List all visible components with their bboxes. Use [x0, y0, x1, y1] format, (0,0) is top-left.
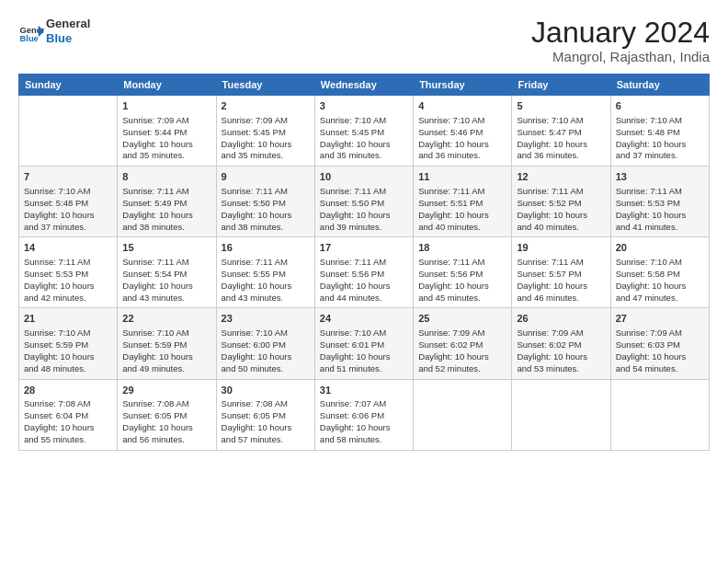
cell-text: Sunset: 6:02 PM [418, 339, 506, 351]
cell-text: Daylight: 10 hours [122, 422, 210, 434]
cell-w4-d5: 25Sunrise: 7:09 AMSunset: 6:02 PMDayligh… [414, 308, 512, 379]
logo: General Blue General Blue [18, 17, 90, 45]
week-row-4: 21Sunrise: 7:10 AMSunset: 5:59 PMDayligh… [19, 308, 710, 379]
cell-w3-d2: 15Sunrise: 7:11 AMSunset: 5:54 PMDayligh… [118, 237, 216, 308]
day-number: 31 [320, 384, 408, 397]
day-number: 24 [320, 312, 408, 326]
day-number: 25 [418, 312, 506, 326]
cell-text: Sunrise: 7:11 AM [517, 186, 605, 198]
header: General Blue General Blue January 2024 M… [18, 17, 710, 64]
cell-w4-d4: 24Sunrise: 7:10 AMSunset: 6:01 PMDayligh… [314, 308, 413, 379]
cell-text: and 57 minutes. [222, 434, 310, 446]
cell-w5-d3: 30Sunrise: 7:08 AMSunset: 6:05 PMDayligh… [216, 379, 314, 450]
cell-text: Sunrise: 7:10 AM [616, 257, 704, 269]
day-number: 17 [320, 241, 408, 255]
cell-w1-d5: 4Sunrise: 7:10 AMSunset: 5:46 PMDaylight… [414, 96, 512, 167]
cell-text: and 55 minutes. [24, 434, 112, 446]
header-sunday: Sunday [19, 75, 118, 96]
cell-w2-d4: 10Sunrise: 7:11 AMSunset: 5:50 PMDayligh… [314, 167, 413, 237]
cell-text: Daylight: 10 hours [418, 210, 506, 222]
cell-text: Sunrise: 7:10 AM [24, 186, 112, 198]
cell-text: Daylight: 10 hours [616, 139, 704, 151]
cell-text: and 38 minutes. [222, 222, 310, 234]
cell-text: Sunset: 5:56 PM [320, 269, 408, 281]
cell-text: Daylight: 10 hours [418, 139, 506, 151]
cell-text: and 49 minutes. [122, 363, 210, 375]
header-friday: Friday [512, 75, 610, 96]
cell-text: Sunrise: 7:10 AM [320, 115, 408, 127]
header-row: SundayMondayTuesdayWednesdayThursdayFrid… [19, 75, 710, 96]
cell-w5-d7 [610, 379, 709, 450]
day-number: 3 [320, 99, 408, 113]
cell-text: Sunrise: 7:11 AM [320, 186, 408, 198]
day-number: 23 [222, 312, 310, 326]
cell-text: and 46 minutes. [517, 293, 605, 304]
cell-text: Sunrise: 7:11 AM [24, 257, 112, 269]
cell-text: Sunrise: 7:11 AM [122, 257, 210, 269]
cell-text: Sunrise: 7:07 AM [320, 398, 408, 410]
cell-w2-d3: 9Sunrise: 7:11 AMSunset: 5:50 PMDaylight… [216, 167, 314, 237]
cell-text: Daylight: 10 hours [222, 351, 310, 363]
svg-text:Blue: Blue [20, 33, 39, 42]
cell-text: and 37 minutes. [24, 222, 112, 234]
cell-text: Sunset: 5:56 PM [418, 269, 506, 281]
cell-text: Sunrise: 7:09 AM [418, 327, 506, 339]
cell-text: Daylight: 10 hours [222, 422, 310, 434]
day-number: 19 [517, 241, 605, 255]
cell-text: Daylight: 10 hours [320, 139, 408, 151]
cell-text: Daylight: 10 hours [320, 210, 408, 222]
cell-w5-d2: 29Sunrise: 7:08 AMSunset: 6:05 PMDayligh… [118, 379, 216, 450]
cell-w2-d5: 11Sunrise: 7:11 AMSunset: 5:51 PMDayligh… [414, 167, 512, 237]
cell-w5-d5 [414, 379, 512, 450]
cell-text: Daylight: 10 hours [616, 210, 704, 222]
cell-text: Daylight: 10 hours [24, 210, 112, 222]
day-number: 28 [24, 384, 112, 397]
cell-text: Daylight: 10 hours [122, 139, 210, 151]
cell-w4-d2: 22Sunrise: 7:10 AMSunset: 5:59 PMDayligh… [118, 308, 216, 379]
cell-text: Daylight: 10 hours [320, 281, 408, 293]
day-number: 27 [616, 312, 704, 326]
header-saturday: Saturday [610, 75, 709, 96]
cell-w3-d6: 19Sunrise: 7:11 AMSunset: 5:57 PMDayligh… [512, 237, 610, 308]
cell-w5-d1: 28Sunrise: 7:08 AMSunset: 6:04 PMDayligh… [19, 379, 118, 450]
cell-text: Sunset: 5:48 PM [616, 127, 704, 139]
cell-text: Daylight: 10 hours [418, 351, 506, 363]
cell-text: Sunrise: 7:08 AM [222, 398, 310, 410]
cell-w5-d4: 31Sunrise: 7:07 AMSunset: 6:06 PMDayligh… [314, 379, 413, 450]
cell-text: Daylight: 10 hours [517, 281, 605, 293]
day-number: 7 [24, 170, 112, 184]
subtitle: Mangrol, Rajasthan, India [531, 49, 710, 64]
cell-text: Daylight: 10 hours [24, 422, 112, 434]
cell-text: Sunrise: 7:11 AM [122, 186, 210, 198]
cell-text: Sunset: 5:53 PM [24, 269, 112, 281]
cell-text: Sunrise: 7:11 AM [320, 257, 408, 269]
cell-text: Sunset: 6:03 PM [616, 339, 704, 351]
cell-text: Sunset: 6:01 PM [320, 339, 408, 351]
cell-text: Daylight: 10 hours [222, 281, 310, 293]
day-number: 12 [517, 170, 605, 184]
cell-text: and 47 minutes. [616, 293, 704, 304]
cell-text: Sunset: 6:06 PM [320, 410, 408, 422]
week-row-5: 28Sunrise: 7:08 AMSunset: 6:04 PMDayligh… [19, 379, 710, 450]
cell-text: Daylight: 10 hours [122, 351, 210, 363]
cell-text: Daylight: 10 hours [517, 210, 605, 222]
cell-text: and 58 minutes. [320, 434, 408, 446]
cell-text: and 36 minutes. [418, 150, 506, 162]
day-number: 29 [122, 384, 210, 397]
day-number: 14 [24, 241, 112, 255]
calendar-table: SundayMondayTuesdayWednesdayThursdayFrid… [18, 74, 710, 450]
cell-text: Sunrise: 7:08 AM [122, 398, 210, 410]
day-number: 11 [418, 170, 506, 184]
cell-text: Sunrise: 7:10 AM [24, 327, 112, 339]
cell-text: Sunset: 5:50 PM [320, 198, 408, 210]
cell-text: Sunset: 6:05 PM [222, 410, 310, 422]
cell-w1-d3: 2Sunrise: 7:09 AMSunset: 5:45 PMDaylight… [216, 96, 314, 167]
page: General Blue General Blue January 2024 M… [0, 0, 728, 563]
cell-text: and 53 minutes. [517, 363, 605, 375]
cell-text: Sunset: 6:02 PM [517, 339, 605, 351]
cell-text: Daylight: 10 hours [222, 210, 310, 222]
cell-text: and 37 minutes. [616, 150, 704, 162]
cell-text: Sunrise: 7:10 AM [222, 327, 310, 339]
cell-text: and 50 minutes. [222, 363, 310, 375]
cell-text: Sunset: 5:47 PM [517, 127, 605, 139]
